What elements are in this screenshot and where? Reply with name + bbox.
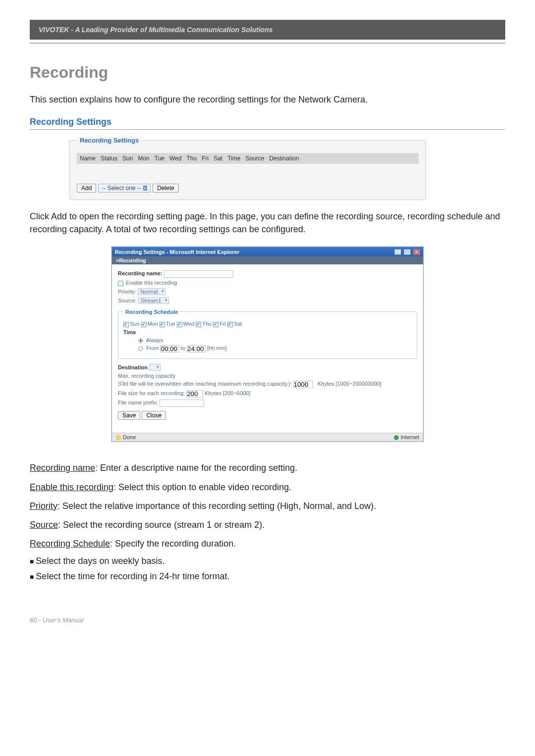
- window-buttons: _ □ ×: [393, 249, 420, 255]
- delete-button[interactable]: Delete: [153, 184, 179, 193]
- intro-text: This section explains how to configure t…: [30, 94, 505, 106]
- col-destination: Destination: [269, 155, 299, 162]
- desc-source-u: Source: [30, 520, 58, 530]
- source-label: Source:: [118, 298, 137, 303]
- desc-enable: Enable this recording: Select this optio…: [30, 481, 505, 494]
- time-from-radio[interactable]: [138, 346, 143, 351]
- col-source: Source: [245, 155, 264, 162]
- desc-priority-t: : Select the relative importance of this…: [57, 501, 376, 511]
- priority-select[interactable]: Normal: [138, 288, 165, 295]
- day-mon-checkbox[interactable]: [141, 322, 147, 327]
- col-time: Time: [227, 155, 240, 162]
- prefix-label: File name prefix:: [118, 400, 158, 405]
- desc-recording-name: Recording name: Enter a descriptive name…: [30, 461, 505, 474]
- col-sat: Sat: [214, 155, 222, 162]
- day-fri: Fri: [219, 321, 226, 327]
- time-to-label: to: [181, 345, 185, 351]
- bullet-time: Select the time for recording in 24-hr t…: [30, 571, 505, 582]
- desc-source: Source: Select the recording source (str…: [30, 518, 505, 531]
- desc-recording-name-u: Recording name: [30, 463, 95, 473]
- day-wed-checkbox[interactable]: [177, 322, 182, 327]
- day-fri-checkbox[interactable]: [213, 322, 218, 327]
- day-mon: Mon: [148, 321, 158, 327]
- recording-name-label: Recording name:: [118, 271, 162, 277]
- ie-breadcrumb: >Recording: [112, 256, 423, 264]
- filesize-input[interactable]: [186, 390, 203, 398]
- time-label: Time: [123, 329, 136, 335]
- max-capacity-label: Max. recording capacity: [118, 373, 417, 379]
- filesize-label: File size for each recording:: [118, 390, 185, 396]
- time-from-label: From: [146, 345, 159, 351]
- select-recording[interactable]: -- Select one -- v: [98, 184, 151, 193]
- col-tue: Tue: [155, 155, 164, 162]
- col-wed: Wed: [169, 155, 181, 162]
- recording-schedule-fieldset: Recording Schedule Sun Mon Tue Wed Thu F…: [118, 309, 417, 359]
- day-sat-checkbox[interactable]: [227, 322, 233, 327]
- time-always-label: Always: [146, 337, 163, 343]
- recording-name-input[interactable]: [164, 270, 233, 278]
- ie-titlebar: Recording Settings - Microsoft Internet …: [112, 247, 423, 256]
- desc-enable-u: Enable this recording: [30, 482, 113, 492]
- prefix-input[interactable]: [160, 400, 204, 407]
- time-always-radio[interactable]: [138, 338, 143, 343]
- overwrite-suffix: Kbytes [1000~200000000]: [318, 381, 381, 387]
- globe-icon: [394, 435, 399, 440]
- day-thu: Thu: [202, 321, 212, 327]
- col-fri: Fri: [202, 155, 209, 162]
- minimize-icon[interactable]: _: [394, 249, 401, 255]
- destination-label: Destination: [118, 364, 148, 370]
- page-footer: 60 - User's Manual: [30, 616, 505, 624]
- done-icon: [116, 435, 121, 440]
- desc-priority: Priority: Select the relative importance…: [30, 500, 505, 512]
- day-wed: Wed: [183, 321, 194, 327]
- ie-window: Recording Settings - Microsoft Internet …: [111, 247, 424, 442]
- ie-status-bar: Done Internet: [112, 433, 423, 441]
- day-sun: Sun: [130, 321, 140, 327]
- close-icon[interactable]: ×: [413, 249, 420, 255]
- time-to-input[interactable]: [187, 345, 206, 353]
- ie-title-text: Recording Settings - Microsoft Internet …: [115, 249, 239, 255]
- priority-label: Priority:: [118, 289, 136, 295]
- rs-legend: Recording Settings: [77, 137, 142, 144]
- enable-recording-label: Enable this recording: [126, 280, 177, 286]
- header-underline: [30, 43, 505, 44]
- overwrite-label: (Old file will be overwritten after reac…: [118, 381, 292, 387]
- save-button[interactable]: Save: [118, 411, 140, 420]
- maximize-icon[interactable]: □: [404, 249, 411, 255]
- desc-enable-t: : Select this option to enable video rec…: [113, 482, 291, 492]
- chevron-down-icon: v: [143, 186, 148, 191]
- status-done-text: Done: [123, 434, 136, 440]
- close-button[interactable]: Close: [142, 411, 166, 420]
- rs-header-row: Name Status Sun Mon Tue Wed Thu Fri Sat …: [77, 153, 419, 164]
- desc-schedule-t: : Specify the recording duration.: [110, 539, 236, 549]
- bullet-days: Select the days on weekly basis.: [30, 556, 505, 566]
- subhead-recording-settings: Recording Settings: [30, 117, 505, 130]
- destination-select[interactable]: [149, 364, 160, 371]
- select-recording-text: -- Select one --: [102, 185, 141, 192]
- status-zone-text: Internet: [401, 434, 419, 440]
- col-mon: Mon: [138, 155, 149, 162]
- page-title: Recording: [30, 63, 505, 82]
- time-from-input[interactable]: [160, 345, 179, 353]
- col-status: Status: [101, 155, 117, 162]
- overwrite-input[interactable]: [293, 381, 313, 388]
- header-banner: VIVOTEK - A Leading Provider of Multimed…: [30, 20, 505, 40]
- col-sun: Sun: [122, 155, 133, 162]
- day-thu-checkbox[interactable]: [196, 322, 201, 327]
- enable-recording-checkbox[interactable]: [118, 281, 123, 286]
- paragraph-after-panel: Click Add to open the recording setting …: [30, 210, 505, 236]
- recording-schedule-legend: Recording Schedule: [123, 309, 180, 315]
- time-hhmm-hint: [hh:mm]: [207, 345, 227, 351]
- desc-schedule-u: Recording Schedule: [30, 539, 110, 549]
- desc-priority-u: Priority: [30, 501, 57, 511]
- day-tue: Tue: [166, 321, 175, 327]
- day-sat: Sat: [234, 321, 242, 327]
- add-button[interactable]: Add: [77, 184, 96, 193]
- day-sun-checkbox[interactable]: [123, 322, 129, 327]
- desc-recording-name-t: : Enter a descriptive name for the recor…: [95, 463, 297, 473]
- day-tue-checkbox[interactable]: [160, 322, 165, 327]
- days-row: Sun Mon Tue Wed Thu Fri Sat: [123, 321, 412, 327]
- desc-schedule: Recording Schedule: Specify the recordin…: [30, 537, 505, 550]
- col-name: Name: [80, 155, 96, 162]
- source-select[interactable]: Stream1: [138, 297, 169, 304]
